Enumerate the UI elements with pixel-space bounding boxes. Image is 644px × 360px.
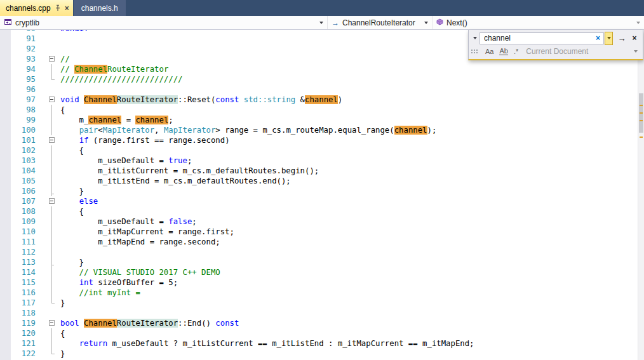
chevron-down-icon [424, 22, 428, 24]
code-line: 95////////////////////////// [0, 74, 474, 84]
code-line: 93// [0, 54, 474, 64]
line-number: 103 [11, 156, 39, 166]
fold-margin [39, 217, 60, 227]
code-line: 99 m_channel = channel; [0, 115, 474, 125]
code-line: 107 else [0, 196, 474, 206]
fold-toggle-icon[interactable] [39, 54, 60, 64]
fold-margin [39, 145, 60, 156]
line-number: 105 [11, 176, 39, 186]
member-dropdown[interactable]: Next() [433, 16, 644, 29]
fold-margin [39, 206, 60, 217]
code-text: bool ChannelRouteIterator::End() const [60, 318, 239, 328]
line-number: 102 [11, 145, 39, 156]
code-text: m_itListEnd = m_cs.m_defaultRoutes.end()… [60, 176, 291, 186]
close-find-icon[interactable]: × [629, 34, 640, 43]
line-number: 104 [11, 166, 39, 176]
code-line: 104 m_itListCurrent = m_cs.m_defaultRout… [0, 166, 474, 176]
line-number: 117 [11, 298, 39, 308]
fold-margin [39, 298, 60, 308]
pin-icon[interactable] [55, 4, 61, 11]
chevron-down-icon [319, 22, 323, 24]
code-line: 119bool ChannelRouteIterator::End() cons… [0, 318, 474, 328]
code-line: 108 { [0, 206, 474, 217]
expand-replace-chevron-icon[interactable] [471, 37, 480, 39]
tab-label: channels.h [81, 4, 118, 13]
code-text: // ChannelRouteIterator [60, 64, 168, 74]
line-number: 116 [11, 288, 39, 298]
fold-margin [39, 308, 60, 318]
code-line: 112 [0, 247, 474, 257]
line-number: 113 [11, 257, 39, 267]
fold-margin [39, 84, 60, 95]
line-number: 106 [11, 186, 39, 196]
code-line: 98{ [0, 105, 474, 115]
code-text: { [60, 145, 84, 156]
code-line: 97void ChannelRouteIterator::Reset(const… [0, 95, 474, 105]
code-line: 114 // VISUAL STUDIO 2017 C++ DEMO [0, 267, 474, 277]
clear-search-icon[interactable]: × [594, 34, 601, 42]
line-number: 107 [11, 196, 39, 206]
fold-margin [39, 227, 60, 237]
find-next-button[interactable]: → [616, 34, 627, 43]
code-line: 101 if (range.first == range.second) [0, 135, 474, 145]
fold-margin [39, 125, 60, 135]
regex-button[interactable]: .* [514, 48, 518, 55]
class-icon: → [332, 19, 339, 27]
code-line: 91 [0, 34, 474, 44]
code-line: 116 //int myInt = [0, 288, 474, 298]
type-dropdown[interactable]: → ChannelRouteIterator [328, 16, 433, 29]
code-text: } [60, 257, 84, 267]
vs-window: channels.cpp × channels.h cryptlib → Cha… [0, 0, 644, 360]
fold-toggle-icon[interactable] [39, 196, 60, 206]
project-icon [4, 18, 12, 28]
code-line: 100 pair<MapIterator, MapIterator> range… [0, 125, 474, 135]
chevron-down-icon [634, 50, 638, 53]
fold-margin [39, 349, 60, 359]
tab-channels-cpp[interactable]: channels.cpp × [0, 0, 73, 16]
code-line: 115 int sizeOfBuffer = 5; [0, 277, 474, 288]
line-number: 118 [11, 308, 39, 318]
tab-channels-h[interactable]: channels.h [74, 0, 126, 16]
scrollbar-match-tick [640, 120, 643, 121]
line-number: 121 [11, 338, 39, 349]
fold-margin [39, 34, 60, 44]
vertical-scrollbar[interactable] [638, 30, 644, 360]
line-number: 99 [11, 115, 39, 125]
fold-margin [39, 156, 60, 166]
code-text: { [60, 105, 65, 115]
match-case-button[interactable]: Aa [485, 48, 493, 55]
line-number: 97 [11, 95, 39, 105]
search-input-wrap: × [480, 32, 604, 44]
line-number: 119 [11, 318, 39, 328]
fold-margin [39, 237, 60, 247]
code-text: m_itMapCurrent = range.first; [60, 227, 234, 237]
fold-margin [39, 186, 60, 196]
close-tab-icon[interactable]: × [65, 4, 69, 12]
code-line: 106 } [0, 186, 474, 196]
search-input[interactable] [484, 34, 594, 43]
code-text: int sizeOfBuffer = 5; [60, 277, 178, 288]
whole-word-button[interactable]: Ab [499, 48, 507, 55]
line-number: 110 [11, 227, 39, 237]
code-editor[interactable]: 90#endif919293//94// ChannelRouteIterato… [0, 30, 644, 360]
code-text: // VISUAL STUDIO 2017 C++ DEMO [60, 267, 220, 277]
fold-toggle-icon[interactable] [39, 95, 60, 105]
code-line: 118 [0, 308, 474, 318]
code-line: 103 m_useDefault = true; [0, 156, 474, 166]
scope-dropdown[interactable]: Current Document [526, 47, 643, 56]
line-number: 95 [11, 74, 39, 84]
fold-toggle-icon[interactable] [39, 318, 60, 328]
drag-grip-icon[interactable] [471, 50, 473, 51]
fold-toggle-icon[interactable] [39, 135, 60, 145]
code-line: 111 m_itMapEnd = range.second; [0, 237, 474, 247]
find-panel: × → × Aa Ab .* Current Document [468, 30, 643, 60]
code-text: { [60, 328, 65, 338]
line-number: 120 [11, 328, 39, 338]
code-text: } [60, 349, 65, 359]
chevron-down-icon [636, 22, 640, 24]
line-number: 93 [11, 54, 39, 64]
search-history-dropdown[interactable] [605, 32, 613, 45]
project-dropdown[interactable]: cryptlib [0, 16, 328, 29]
find-row-search: × → × [469, 30, 643, 45]
project-name: cryptlib [15, 18, 39, 27]
